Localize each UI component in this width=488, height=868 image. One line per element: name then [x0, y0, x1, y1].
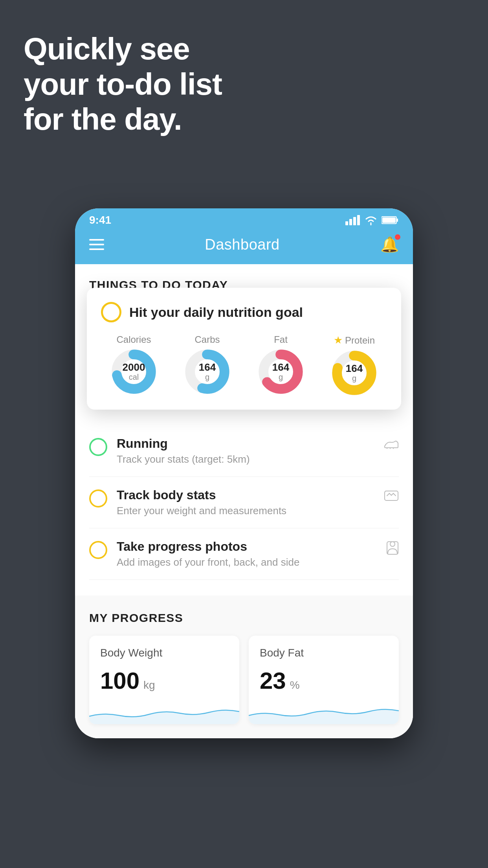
protein-label-row: ★ Protein [334, 334, 375, 346]
body-fat-unit: % [290, 679, 300, 691]
task-checkbox-running[interactable] [89, 438, 107, 456]
progress-cards: Body Weight 100 kg Body Fat [89, 636, 399, 724]
phone-shell: 9:41 [75, 208, 413, 738]
notification-dot [395, 234, 400, 240]
body-fat-value: 23 [260, 667, 286, 694]
nutrition-fat: Fat 164 g [258, 334, 303, 394]
nutrition-row: Calories 2000 cal Carbs [101, 334, 387, 395]
list-item[interactable]: Running Track your stats (target: 5km) [89, 425, 399, 477]
svg-rect-5 [396, 219, 398, 222]
protein-unit: g [346, 374, 363, 383]
calories-value: 2000 [123, 362, 145, 373]
fat-label: Fat [274, 334, 288, 345]
scale-icon [384, 489, 399, 505]
task-checkbox[interactable] [101, 302, 121, 322]
calories-chart: 2000 cal [111, 349, 156, 394]
svg-rect-1 [349, 219, 352, 225]
svg-rect-0 [345, 221, 348, 225]
card-title: Hit your daily nutrition goal [129, 305, 303, 320]
headline: Quickly see your to-do list for the day. [24, 31, 222, 137]
notification-bell[interactable]: 🔔 [380, 236, 399, 253]
body-weight-card[interactable]: Body Weight 100 kg [89, 636, 239, 724]
calories-unit: cal [123, 373, 145, 382]
status-bar: 9:41 [75, 208, 413, 230]
body-stats-subtitle: Enter your weight and measurements [117, 505, 374, 517]
body-weight-chart [89, 701, 239, 724]
progress-header: MY PROGRESS [89, 611, 399, 625]
svg-point-16 [390, 542, 395, 546]
card-title-row: Hit your daily nutrition goal [101, 302, 387, 322]
signal-icon [345, 215, 360, 225]
fat-unit: g [272, 373, 289, 382]
running-text: Running Track your stats (target: 5km) [117, 436, 374, 465]
running-subtitle: Track your stats (target: 5km) [117, 453, 374, 465]
body-stats-text: Track body stats Enter your weight and m… [117, 488, 374, 517]
star-icon: ★ [334, 334, 343, 346]
calories-label: Calories [116, 334, 151, 345]
status-time: 9:41 [89, 214, 111, 226]
shoe-icon [384, 438, 399, 452]
body-fat-title: Body Fat [260, 647, 388, 659]
task-checkbox-photos[interactable] [89, 541, 107, 559]
nutrition-carbs: Carbs 164 g [185, 334, 230, 394]
carbs-unit: g [199, 373, 216, 382]
body-weight-value: 100 [100, 667, 139, 694]
protein-label: Protein [345, 335, 375, 346]
nav-title: Dashboard [205, 236, 279, 253]
status-icons [345, 215, 399, 225]
svg-rect-17 [387, 542, 398, 554]
task-list: Running Track your stats (target: 5km) T… [75, 425, 413, 580]
body-weight-title: Body Weight [100, 647, 228, 659]
headline-line3: for the day. [24, 102, 222, 137]
progress-section: MY PROGRESS Body Weight 100 kg [75, 596, 413, 738]
body-weight-unit: kg [143, 679, 155, 691]
nav-bar: Dashboard 🔔 [75, 230, 413, 264]
nutrition-calories: Calories 2000 cal [111, 334, 156, 394]
svg-rect-6 [382, 217, 396, 223]
running-title: Running [117, 436, 374, 451]
svg-rect-2 [353, 217, 356, 225]
nutrition-protein: ★ Protein 164 g [332, 334, 377, 395]
headline-line1: Quickly see [24, 31, 222, 67]
person-icon [386, 541, 399, 558]
photos-title: Take progress photos [117, 539, 377, 554]
fat-chart: 164 g [258, 349, 303, 394]
carbs-label: Carbs [194, 334, 220, 345]
photos-subtitle: Add images of your front, back, and side [117, 556, 377, 568]
task-checkbox-body-stats[interactable] [89, 489, 107, 508]
mid-spacer [75, 580, 413, 596]
list-item[interactable]: Take progress photos Add images of your … [89, 528, 399, 580]
carbs-value: 164 [199, 362, 216, 373]
wifi-icon [364, 215, 378, 225]
battery-icon [382, 216, 399, 224]
svg-rect-3 [357, 215, 360, 225]
body-stats-title: Track body stats [117, 488, 374, 502]
body-fat-value-row: 23 % [260, 667, 388, 694]
body-fat-card[interactable]: Body Fat 23 % [249, 636, 399, 724]
body-weight-value-row: 100 kg [100, 667, 228, 694]
list-item[interactable]: Track body stats Enter your weight and m… [89, 477, 399, 528]
photos-text: Take progress photos Add images of your … [117, 539, 377, 568]
fat-value: 164 [272, 362, 289, 373]
carbs-chart: 164 g [185, 349, 230, 394]
main-content: THINGS TO DO TODAY Hit your daily nutrit… [75, 264, 413, 738]
nutrition-card[interactable]: Hit your daily nutrition goal Calories 2… [87, 288, 401, 410]
protein-chart: 164 g [332, 350, 377, 395]
protein-value: 164 [346, 363, 363, 374]
headline-line2: your to-do list [24, 67, 222, 102]
hamburger-menu[interactable] [89, 239, 104, 250]
body-fat-chart [249, 701, 399, 724]
